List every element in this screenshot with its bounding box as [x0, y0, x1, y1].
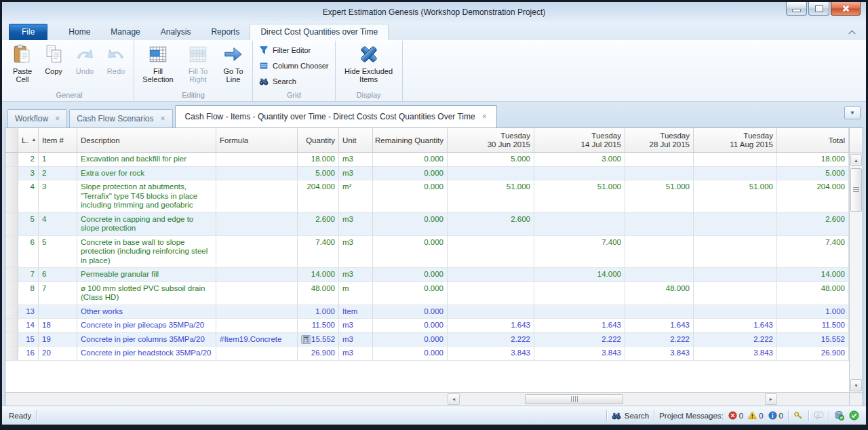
tab-list-dropdown-button[interactable]: ▼ [844, 106, 861, 119]
cell-date-2[interactable]: 1.643 [534, 319, 625, 333]
vscroll-thumb[interactable] [850, 168, 862, 212]
cell-quantity[interactable]: 5.000 [298, 167, 339, 181]
row-indicator[interactable] [5, 319, 18, 333]
cell-remaining-quantity[interactable]: 0.000 [373, 319, 448, 333]
cell-unit[interactable]: m3 [339, 153, 373, 167]
close-tab-icon[interactable]: × [482, 113, 487, 120]
cell-line[interactable]: 7 [18, 268, 39, 282]
cell-date-1[interactable]: 5.000 [448, 153, 534, 167]
cell-date-3[interactable]: 51.000 [625, 180, 694, 213]
cell-formula[interactable] [216, 305, 298, 319]
cell-date-2[interactable]: 3.843 [534, 347, 625, 361]
cell-quantity[interactable]: 26.900 [298, 347, 339, 361]
cell-date-2[interactable]: 7.400 [534, 236, 625, 269]
cell-description[interactable]: Other works [77, 305, 216, 319]
cell-date-3[interactable] [625, 305, 694, 319]
cell-formula[interactable] [216, 236, 298, 269]
cell-remaining-quantity[interactable]: 0.000 [373, 282, 448, 305]
cell-date-4[interactable]: 51.000 [694, 180, 777, 213]
cell-quantity[interactable]: 18.000 [298, 153, 339, 167]
cell-item[interactable]: 4 [39, 213, 77, 236]
cell-formula[interactable] [216, 153, 298, 167]
cell-date-1[interactable]: 2.222 [448, 333, 534, 347]
cell-unit[interactable]: m3 [339, 167, 373, 181]
cell-line[interactable]: 14 [18, 319, 39, 333]
header-item[interactable]: Item # [39, 128, 77, 153]
cell-date-1[interactable]: 3.843 [448, 347, 534, 361]
cell-quantity[interactable]: 204.000 [298, 180, 339, 213]
cell-remaining-quantity[interactable]: 0.000 [373, 167, 448, 181]
header-date-4[interactable]: Tuesday11 Aug 2015 [694, 128, 777, 153]
cell-total[interactable]: 204.000 [777, 180, 849, 213]
cell-description[interactable]: Concrete in pier pilecaps 35MPa/20 [77, 319, 216, 333]
cell-total[interactable]: 48.000 [777, 282, 849, 305]
cell-date-1[interactable]: 2.600 [448, 213, 534, 236]
doc-tab-workflow[interactable]: Workflow × [7, 109, 67, 128]
search-button[interactable]: Search [255, 75, 333, 88]
cell-date-2[interactable] [534, 213, 625, 236]
status-search-button[interactable]: Search [612, 411, 649, 421]
cell-remaining-quantity[interactable]: 0.000 [373, 180, 448, 213]
header-remaining-quantity[interactable]: Remaining Quantity [373, 128, 448, 153]
cell-date-3[interactable] [625, 213, 694, 236]
cell-formula[interactable] [216, 282, 298, 305]
cell-total[interactable]: 18.000 [777, 153, 849, 167]
cell-total[interactable]: 2.600 [777, 213, 849, 236]
cell-line[interactable]: 8 [18, 282, 39, 305]
cell-date-2[interactable]: 14.000 [534, 268, 625, 282]
cell-line[interactable]: 2 [18, 153, 39, 167]
doc-tab-cash-flow-scenarios[interactable]: Cash Flow Scenarios × [69, 109, 172, 128]
cell-date-1[interactable] [448, 236, 534, 269]
cell-date-2[interactable] [534, 305, 625, 319]
cell-line[interactable]: 13 [18, 305, 39, 319]
cell-remaining-quantity[interactable]: 0.000 [373, 347, 448, 361]
cell-line[interactable]: 16 [18, 347, 39, 361]
close-button[interactable] [831, 2, 861, 16]
cell-item[interactable]: 1 [39, 153, 77, 167]
cell-date-1[interactable] [448, 268, 534, 282]
cell-description[interactable]: Concrete in base wall to slope protectio… [77, 236, 216, 269]
cell-date-2[interactable] [534, 167, 625, 181]
cell-item[interactable]: 6 [39, 268, 77, 282]
cell-unit[interactable]: m3 [339, 236, 373, 269]
cell-total[interactable]: 14.000 [777, 268, 849, 282]
cell-date-4[interactable] [694, 305, 777, 319]
row-indicator[interactable] [5, 153, 18, 167]
row-indicator[interactable] [5, 268, 18, 282]
row-indicator[interactable] [5, 180, 18, 213]
cell-total[interactable]: 11.500 [777, 319, 849, 333]
cell-date-3[interactable]: 48.000 [625, 282, 694, 305]
scroll-right-button[interactable]: ► [765, 393, 777, 405]
cell-item[interactable]: 2 [39, 167, 77, 181]
cell-line[interactable]: 3 [18, 167, 39, 181]
ribbon-tab-file[interactable]: File [9, 24, 47, 40]
cell-line[interactable]: 6 [18, 236, 39, 269]
database-status-icon[interactable] [834, 410, 844, 421]
vscroll-track[interactable] [850, 167, 863, 378]
cell-description[interactable]: Concrete in pier headstock 35MPa/20 [77, 347, 216, 361]
cell-quantity[interactable]: 14.000 [298, 268, 339, 282]
cell-formula[interactable] [216, 268, 298, 282]
ribbon-tab-home[interactable]: Home [58, 24, 100, 40]
maximize-button[interactable] [808, 2, 829, 16]
cell-item[interactable] [39, 305, 77, 319]
redo-button[interactable]: Redo [100, 42, 132, 90]
cell-date-1[interactable] [448, 167, 534, 181]
cell-line[interactable]: 15 [18, 333, 39, 347]
cell-remaining-quantity[interactable]: 0.000 [373, 236, 448, 269]
row-indicator[interactable] [5, 305, 18, 319]
cell-line[interactable]: 5 [18, 213, 39, 236]
minimize-button[interactable] [786, 2, 807, 16]
ribbon-tab-analysis[interactable]: Analysis [151, 24, 201, 40]
cell-date-2[interactable]: 3.000 [534, 153, 625, 167]
row-indicator[interactable] [5, 282, 18, 305]
row-indicator[interactable] [5, 236, 18, 269]
cell-total[interactable]: 5.000 [777, 167, 849, 181]
cell-unit[interactable]: m² [339, 180, 373, 213]
cell-date-1[interactable]: 51.000 [448, 180, 534, 213]
vertical-scrollbar[interactable]: ▲ ▼ [849, 128, 863, 406]
cell-date-4[interactable] [694, 236, 777, 269]
cell-date-3[interactable]: 1.643 [625, 319, 694, 333]
copy-button[interactable]: Copy [38, 42, 69, 90]
cell-date-2[interactable]: 51.000 [534, 180, 625, 213]
